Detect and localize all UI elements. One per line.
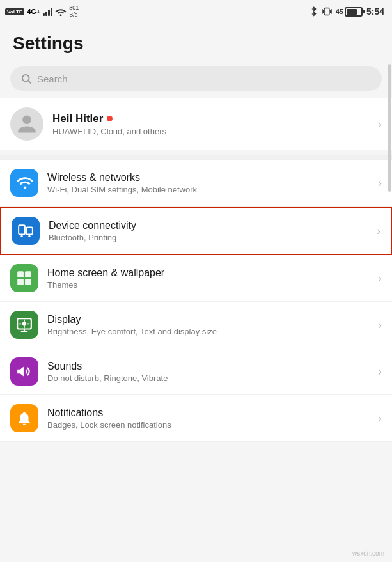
search-container[interactable]: Search bbox=[0, 61, 392, 98]
data-speed: 801 B/s bbox=[69, 4, 79, 19]
clock: 5:54 bbox=[366, 6, 384, 17]
scrollbar[interactable] bbox=[388, 0, 391, 562]
section-divider bbox=[0, 155, 392, 160]
settings-list: Wireless & networks Wi-Fi, Dual SIM sett… bbox=[0, 160, 392, 442]
home-screen-text: Home screen & wallpaper Themes bbox=[47, 267, 373, 290]
home-screen-subtitle: Themes bbox=[47, 280, 373, 290]
device-connectivity-title: Device connectivity bbox=[49, 220, 372, 231]
status-bar: VoLTE 4G+ 801 B/s bbox=[0, 0, 392, 23]
sounds-icon-bg bbox=[10, 357, 38, 386]
notifications-text: Notifications Badges, Lock screen notifi… bbox=[47, 407, 373, 430]
device-connectivity-icon-bg bbox=[12, 217, 40, 245]
display-subtitle: Brightness, Eye comfort, Text and displa… bbox=[47, 327, 373, 336]
device-connectivity-text: Device connectivity Bluetooth, Printing bbox=[49, 220, 372, 242]
svg-point-13 bbox=[28, 235, 30, 237]
profile-text: Heil Hitler HUAWEI ID, Cloud, and others bbox=[52, 113, 373, 136]
settings-item-home-screen[interactable]: Home screen & wallpaper Themes › bbox=[0, 255, 392, 302]
page-title-area: Settings bbox=[0, 23, 392, 61]
notifications-icon-bg bbox=[10, 404, 38, 432]
display-icon bbox=[16, 316, 33, 333]
wireless-subtitle: Wi-Fi, Dual SIM settings, Mobile network bbox=[47, 185, 373, 194]
signal-bars bbox=[43, 7, 52, 16]
notifications-icon bbox=[16, 410, 33, 426]
svg-marker-20 bbox=[17, 366, 24, 376]
display-chevron: › bbox=[378, 318, 382, 332]
battery-fill bbox=[347, 9, 357, 15]
device-connectivity-subtitle: Bluetooth, Printing bbox=[49, 233, 372, 242]
home-screen-icon bbox=[16, 270, 33, 286]
online-indicator bbox=[107, 116, 113, 121]
notifications-subtitle: Badges, Lock screen notifications bbox=[47, 420, 373, 430]
device-connectivity-chevron: › bbox=[377, 224, 380, 238]
wifi-settings-icon bbox=[16, 175, 33, 191]
svg-rect-17 bbox=[25, 279, 31, 285]
wireless-chevron: › bbox=[378, 176, 382, 190]
display-icon-bg bbox=[10, 311, 38, 339]
svg-point-12 bbox=[20, 235, 22, 237]
svg-rect-14 bbox=[17, 271, 24, 277]
avatar-icon bbox=[16, 113, 38, 135]
wireless-text: Wireless & networks Wi-Fi, Dual SIM sett… bbox=[47, 172, 373, 194]
search-placeholder: Search bbox=[37, 74, 68, 84]
display-text: Display Brightness, Eye comfort, Text an… bbox=[47, 314, 373, 336]
home-screen-title: Home screen & wallpaper bbox=[47, 267, 373, 279]
svg-point-19 bbox=[22, 322, 27, 326]
sounds-subtitle: Do not disturb, Ringtone, Vibrate bbox=[47, 373, 373, 383]
scrollbar-thumb[interactable] bbox=[388, 64, 391, 192]
settings-item-notifications[interactable]: Notifications Badges, Lock screen notifi… bbox=[0, 395, 392, 442]
svg-rect-10 bbox=[19, 225, 25, 234]
settings-item-wireless[interactable]: Wireless & networks Wi-Fi, Dual SIM sett… bbox=[0, 160, 392, 207]
wifi-icon bbox=[55, 7, 67, 16]
notifications-chevron: › bbox=[378, 412, 382, 425]
watermark: wsxdn.com bbox=[352, 550, 384, 557]
network-type: 4G+ bbox=[27, 8, 40, 15]
profile-name: Heil Hitler bbox=[52, 113, 373, 125]
search-icon bbox=[20, 73, 32, 84]
battery-container: 45 bbox=[336, 7, 363, 17]
svg-rect-15 bbox=[25, 271, 31, 277]
profile-subtitle: HUAWEI ID, Cloud, and others bbox=[52, 127, 373, 136]
svg-rect-2 bbox=[324, 8, 329, 15]
svg-rect-11 bbox=[26, 228, 33, 235]
settings-item-sounds[interactable]: Sounds Do not disturb, Ringtone, Vibrate… bbox=[0, 348, 392, 395]
home-screen-icon-bg bbox=[10, 264, 38, 292]
svg-point-7 bbox=[22, 75, 29, 82]
avatar bbox=[10, 107, 43, 141]
profile-chevron: › bbox=[378, 118, 382, 131]
wireless-icon-bg bbox=[10, 169, 38, 197]
status-left: VoLTE 4G+ 801 B/s bbox=[5, 4, 79, 19]
notifications-title: Notifications bbox=[47, 407, 373, 419]
home-screen-chevron: › bbox=[378, 272, 382, 285]
volte-badge: VoLTE bbox=[5, 8, 24, 15]
device-connectivity-icon bbox=[17, 222, 34, 239]
sounds-icon bbox=[16, 363, 33, 380]
bluetooth-icon bbox=[310, 6, 318, 17]
vibrate-icon bbox=[322, 7, 332, 16]
wireless-title: Wireless & networks bbox=[47, 172, 373, 183]
profile-item[interactable]: Heil Hitler HUAWEI ID, Cloud, and others… bbox=[0, 98, 392, 150]
svg-line-8 bbox=[28, 81, 31, 83]
svg-rect-16 bbox=[17, 279, 24, 285]
sounds-chevron: › bbox=[378, 365, 382, 379]
settings-item-device-connectivity[interactable]: Device connectivity Bluetooth, Printing … bbox=[0, 207, 392, 255]
page-title: Settings bbox=[13, 33, 379, 54]
battery-box bbox=[345, 7, 363, 17]
battery-percent: 45 bbox=[336, 8, 343, 15]
profile-section: Heil Hitler HUAWEI ID, Cloud, and others… bbox=[0, 98, 392, 150]
status-right: 45 5:54 bbox=[310, 6, 384, 17]
display-title: Display bbox=[47, 314, 373, 325]
sounds-text: Sounds Do not disturb, Ringtone, Vibrate bbox=[47, 361, 373, 383]
settings-item-display[interactable]: Display Brightness, Eye comfort, Text an… bbox=[0, 302, 392, 348]
search-box[interactable]: Search bbox=[10, 66, 382, 91]
sounds-title: Sounds bbox=[47, 361, 373, 372]
svg-point-9 bbox=[24, 186, 26, 189]
